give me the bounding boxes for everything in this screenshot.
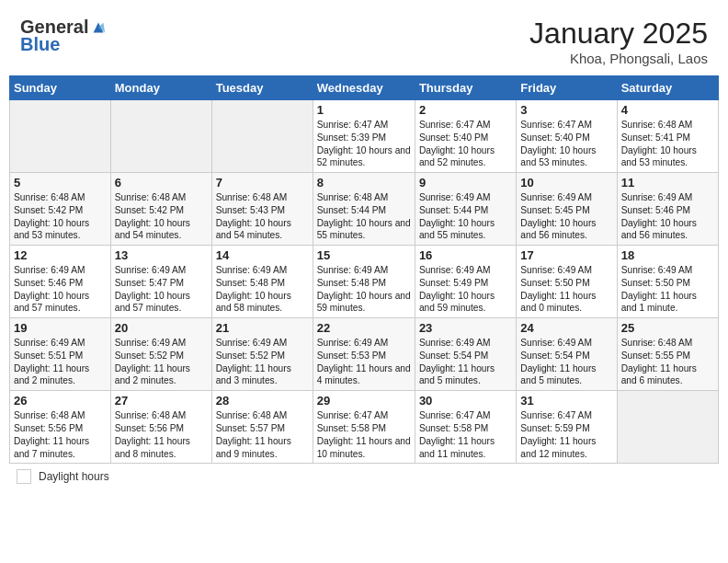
- weekday-header-row: SundayMondayTuesdayWednesdayThursdayFrid…: [10, 76, 719, 100]
- day-info: Sunrise: 6:48 AMSunset: 5:56 PMDaylight:…: [14, 409, 107, 460]
- calendar-day-cell: [10, 100, 111, 173]
- location: Khoa, Phongsali, Laos: [529, 51, 708, 66]
- calendar-day-cell: [110, 100, 211, 173]
- weekday-header-friday: Friday: [517, 76, 617, 100]
- day-info: Sunrise: 6:49 AMSunset: 5:45 PMDaylight:…: [520, 191, 612, 242]
- calendar-day-cell: 29Sunrise: 6:47 AMSunset: 5:58 PMDayligh…: [313, 391, 415, 464]
- calendar-day-cell: 26Sunrise: 6:48 AMSunset: 5:56 PMDayligh…: [10, 391, 111, 464]
- calendar-day-cell: 14Sunrise: 6:49 AMSunset: 5:48 PMDayligh…: [211, 246, 313, 318]
- calendar-day-cell: 13Sunrise: 6:49 AMSunset: 5:47 PMDayligh…: [110, 246, 211, 318]
- day-info: Sunrise: 6:49 AMSunset: 5:47 PMDaylight:…: [115, 264, 208, 315]
- day-number: 24: [520, 321, 612, 335]
- calendar-day-cell: 22Sunrise: 6:49 AMSunset: 5:53 PMDayligh…: [313, 318, 415, 391]
- calendar-day-cell: 19Sunrise: 6:49 AMSunset: 5:51 PMDayligh…: [10, 318, 111, 391]
- day-info: Sunrise: 6:48 AMSunset: 5:41 PMDaylight:…: [621, 119, 714, 169]
- calendar: SundayMondayTuesdayWednesdayThursdayFrid…: [9, 75, 719, 464]
- day-number: 25: [621, 321, 714, 335]
- calendar-day-cell: 21Sunrise: 6:49 AMSunset: 5:52 PMDayligh…: [211, 318, 313, 391]
- day-info: Sunrise: 6:48 AMSunset: 5:42 PMDaylight:…: [14, 191, 107, 242]
- day-info: Sunrise: 6:49 AMSunset: 5:52 PMDaylight:…: [115, 337, 208, 387]
- day-number: 8: [317, 176, 411, 190]
- footer: Daylight hours: [9, 469, 719, 484]
- day-info: Sunrise: 6:49 AMSunset: 5:54 PMDaylight:…: [520, 337, 612, 387]
- logo-icon: [90, 19, 107, 36]
- calendar-day-cell: 17Sunrise: 6:49 AMSunset: 5:50 PMDayligh…: [517, 246, 617, 318]
- calendar-day-cell: 9Sunrise: 6:49 AMSunset: 5:44 PMDaylight…: [415, 173, 516, 246]
- calendar-day-cell: 10Sunrise: 6:49 AMSunset: 5:45 PMDayligh…: [517, 173, 617, 246]
- weekday-header-thursday: Thursday: [415, 76, 516, 100]
- weekday-header-tuesday: Tuesday: [211, 76, 313, 100]
- calendar-day-cell: 5Sunrise: 6:48 AMSunset: 5:42 PMDaylight…: [10, 173, 111, 246]
- day-number: 11: [621, 176, 714, 190]
- calendar-day-cell: 1Sunrise: 6:47 AMSunset: 5:39 PMDaylight…: [313, 100, 415, 173]
- calendar-day-cell: 18Sunrise: 6:49 AMSunset: 5:50 PMDayligh…: [617, 246, 718, 318]
- logo: General Blue: [20, 17, 107, 55]
- daylight-label: Daylight hours: [39, 470, 109, 483]
- day-number: 18: [621, 248, 714, 262]
- calendar-day-cell: 16Sunrise: 6:49 AMSunset: 5:49 PMDayligh…: [415, 246, 516, 318]
- month-title: January 2025: [529, 17, 708, 51]
- calendar-day-cell: 25Sunrise: 6:48 AMSunset: 5:55 PMDayligh…: [617, 318, 718, 391]
- day-number: 12: [14, 248, 107, 262]
- calendar-day-cell: 15Sunrise: 6:49 AMSunset: 5:48 PMDayligh…: [313, 246, 415, 318]
- calendar-week-row: 26Sunrise: 6:48 AMSunset: 5:56 PMDayligh…: [10, 391, 719, 464]
- day-number: 9: [419, 176, 512, 190]
- calendar-day-cell: 6Sunrise: 6:48 AMSunset: 5:42 PMDaylight…: [110, 173, 211, 246]
- weekday-header-wednesday: Wednesday: [313, 76, 415, 100]
- day-number: 16: [419, 248, 512, 262]
- calendar-day-cell: [211, 100, 313, 173]
- day-info: Sunrise: 6:48 AMSunset: 5:42 PMDaylight:…: [115, 191, 208, 242]
- day-number: 21: [216, 321, 309, 335]
- day-info: Sunrise: 6:49 AMSunset: 5:51 PMDaylight:…: [14, 337, 107, 387]
- day-number: 30: [419, 394, 512, 408]
- day-number: 19: [14, 321, 107, 335]
- day-info: Sunrise: 6:49 AMSunset: 5:48 PMDaylight:…: [317, 264, 411, 315]
- day-info: Sunrise: 6:48 AMSunset: 5:43 PMDaylight:…: [216, 191, 309, 242]
- day-info: Sunrise: 6:49 AMSunset: 5:52 PMDaylight:…: [216, 337, 309, 387]
- day-info: Sunrise: 6:47 AMSunset: 5:58 PMDaylight:…: [419, 409, 512, 460]
- day-info: Sunrise: 6:49 AMSunset: 5:54 PMDaylight:…: [419, 337, 512, 387]
- day-info: Sunrise: 6:49 AMSunset: 5:48 PMDaylight:…: [216, 264, 309, 315]
- day-number: 14: [216, 248, 309, 262]
- day-number: 4: [621, 103, 714, 117]
- calendar-day-cell: 28Sunrise: 6:48 AMSunset: 5:57 PMDayligh…: [211, 391, 313, 464]
- day-number: 20: [115, 321, 208, 335]
- calendar-day-cell: 8Sunrise: 6:48 AMSunset: 5:44 PMDaylight…: [313, 173, 415, 246]
- calendar-week-row: 19Sunrise: 6:49 AMSunset: 5:51 PMDayligh…: [10, 318, 719, 391]
- day-number: 13: [115, 248, 208, 262]
- day-info: Sunrise: 6:49 AMSunset: 5:49 PMDaylight:…: [419, 264, 512, 315]
- calendar-week-row: 1Sunrise: 6:47 AMSunset: 5:39 PMDaylight…: [10, 100, 719, 173]
- calendar-day-cell: 20Sunrise: 6:49 AMSunset: 5:52 PMDayligh…: [110, 318, 211, 391]
- calendar-week-row: 5Sunrise: 6:48 AMSunset: 5:42 PMDaylight…: [10, 173, 719, 246]
- daylight-box: [17, 469, 31, 484]
- calendar-day-cell: 12Sunrise: 6:49 AMSunset: 5:46 PMDayligh…: [10, 246, 111, 318]
- day-number: 3: [520, 103, 612, 117]
- calendar-day-cell: 4Sunrise: 6:48 AMSunset: 5:41 PMDaylight…: [617, 100, 718, 173]
- calendar-week-row: 12Sunrise: 6:49 AMSunset: 5:46 PMDayligh…: [10, 246, 719, 318]
- title-block: January 2025 Khoa, Phongsali, Laos: [529, 17, 708, 66]
- day-info: Sunrise: 6:48 AMSunset: 5:44 PMDaylight:…: [317, 191, 411, 242]
- calendar-day-cell: 23Sunrise: 6:49 AMSunset: 5:54 PMDayligh…: [415, 318, 516, 391]
- weekday-header-monday: Monday: [110, 76, 211, 100]
- calendar-day-cell: 7Sunrise: 6:48 AMSunset: 5:43 PMDaylight…: [211, 173, 313, 246]
- day-number: 15: [317, 248, 411, 262]
- weekday-header-sunday: Sunday: [10, 76, 111, 100]
- day-number: 2: [419, 103, 512, 117]
- day-info: Sunrise: 6:48 AMSunset: 5:55 PMDaylight:…: [621, 337, 714, 387]
- day-info: Sunrise: 6:47 AMSunset: 5:59 PMDaylight:…: [520, 409, 612, 460]
- day-info: Sunrise: 6:48 AMSunset: 5:57 PMDaylight:…: [216, 409, 309, 460]
- day-info: Sunrise: 6:49 AMSunset: 5:44 PMDaylight:…: [419, 191, 512, 242]
- day-number: 7: [216, 176, 309, 190]
- day-number: 6: [115, 176, 208, 190]
- day-number: 10: [520, 176, 612, 190]
- day-info: Sunrise: 6:49 AMSunset: 5:46 PMDaylight:…: [621, 191, 714, 242]
- calendar-day-cell: [617, 391, 718, 464]
- day-number: 26: [14, 394, 107, 408]
- calendar-day-cell: 31Sunrise: 6:47 AMSunset: 5:59 PMDayligh…: [517, 391, 617, 464]
- day-info: Sunrise: 6:49 AMSunset: 5:50 PMDaylight:…: [520, 264, 612, 315]
- day-number: 5: [14, 176, 107, 190]
- day-info: Sunrise: 6:49 AMSunset: 5:46 PMDaylight:…: [14, 264, 107, 315]
- day-number: 1: [317, 103, 411, 117]
- day-number: 29: [317, 394, 411, 408]
- calendar-day-cell: 24Sunrise: 6:49 AMSunset: 5:54 PMDayligh…: [517, 318, 617, 391]
